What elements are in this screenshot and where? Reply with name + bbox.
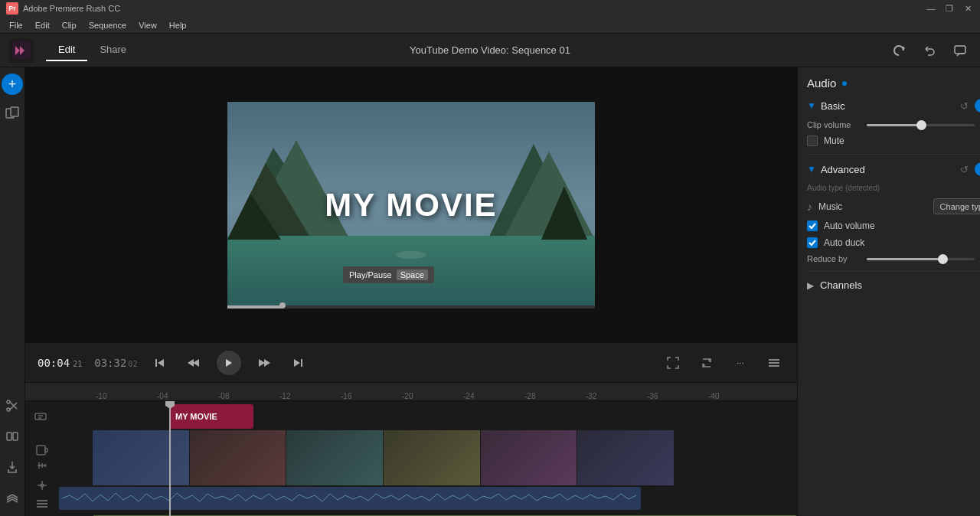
clip-volume-track[interactable]	[867, 124, 975, 126]
snap-toggle[interactable]	[28, 479, 56, 492]
comment-button[interactable]	[949, 40, 971, 61]
basic-toggle[interactable]	[975, 99, 980, 113]
svg-marker-27	[264, 359, 270, 367]
auto-duck-checkbox[interactable]	[807, 237, 818, 248]
more-options-button[interactable]: ···	[730, 352, 751, 374]
go-to-start-button[interactable]	[149, 352, 171, 374]
app-icon: Pr	[6, 2, 18, 15]
toolbar-right	[888, 40, 971, 61]
window-controls: — ❐ ✕	[925, 2, 974, 15]
timeline-settings[interactable]	[28, 498, 56, 510]
menu-help[interactable]: Help	[163, 19, 193, 31]
ruler-mark: -36	[647, 392, 658, 400]
svg-point-4	[7, 400, 10, 403]
loop-button[interactable]	[696, 352, 717, 374]
clip-volume-fill	[867, 124, 920, 126]
auto-volume-label: Auto volume	[824, 220, 875, 231]
transition-tool[interactable]	[0, 424, 24, 449]
audio-type-row: ♪ Music Change type ▾	[807, 198, 980, 214]
advanced-section-title: Advanced	[821, 164, 960, 175]
play-pause-button[interactable]	[217, 351, 241, 375]
settings-button[interactable]	[763, 352, 785, 374]
menu-clip[interactable]: Clip	[56, 19, 83, 31]
duration-display: 03:3202	[94, 357, 137, 369]
close-button[interactable]: ✕	[962, 2, 974, 15]
track-title: MY MOVIE	[25, 404, 797, 429]
menu-view[interactable]: View	[132, 19, 163, 31]
menu-file[interactable]: File	[3, 19, 29, 31]
svg-rect-31	[769, 362, 779, 364]
layers-tool[interactable]	[0, 485, 24, 510]
advanced-reset-button[interactable]: ↺	[960, 164, 969, 175]
tooltip-label: Play/Pause	[349, 270, 392, 279]
tab-edit[interactable]: Edit	[46, 39, 87, 61]
audio-panel-header: Audio	[807, 77, 980, 90]
clip-volume-thumb[interactable]	[916, 120, 926, 130]
channels-row[interactable]: ▶ Channels	[807, 279, 980, 291]
playback-progress	[227, 305, 283, 309]
ruler-mark: -32	[586, 392, 596, 400]
reduce-by-label: Reduce by	[807, 254, 861, 263]
change-type-button[interactable]: Change type ▾	[933, 198, 980, 214]
title-clip[interactable]: MY MOVIE	[169, 404, 253, 429]
add-media-button[interactable]: +	[2, 73, 23, 95]
mute-checkbox[interactable]	[807, 136, 818, 146]
divider-2	[807, 271, 980, 272]
sync-button[interactable]	[888, 40, 910, 61]
video-thumbnails[interactable]	[93, 430, 675, 485]
app-toolbar: Edit Share YouTube Demo Video: Sequence …	[0, 34, 980, 67]
play-pause-tooltip: Play/Pause Space	[343, 266, 434, 283]
svg-marker-26	[259, 359, 265, 367]
basic-reset-button[interactable]: ↺	[960, 100, 969, 112]
basic-chevron-icon[interactable]: ▼	[807, 100, 816, 111]
ruler-mark: -10	[96, 392, 106, 400]
ruler-mark: -20	[402, 392, 413, 400]
audio-title: Audio	[807, 77, 836, 90]
playback-head[interactable]	[279, 302, 286, 309]
svg-marker-21	[158, 359, 164, 367]
ruler-mark: -40	[708, 392, 719, 400]
ruler-mark: -12	[279, 392, 290, 400]
svg-rect-22	[155, 359, 157, 367]
fast-forward-button[interactable]	[253, 352, 275, 374]
transport-right: ···	[656, 352, 785, 374]
reduce-by-fill	[867, 258, 942, 260]
menu-bar: File Edit Clip Sequence View Help	[0, 17, 980, 34]
media-library-button[interactable]	[0, 101, 24, 126]
advanced-chevron-icon[interactable]: ▼	[807, 164, 816, 175]
track-video	[25, 430, 797, 485]
svg-rect-29	[301, 359, 302, 367]
timeline-tracks: MY MOVIE	[25, 401, 797, 516]
export-tool[interactable]	[0, 455, 24, 479]
tab-share[interactable]: Share	[87, 39, 139, 61]
reduce-by-thumb[interactable]	[938, 254, 948, 264]
duration-frames: 02	[128, 360, 137, 368]
svg-rect-32	[769, 365, 779, 367]
go-to-end-button[interactable]	[287, 352, 309, 374]
channels-chevron-icon: ▶	[807, 280, 814, 291]
menu-sequence[interactable]: Sequence	[83, 19, 133, 31]
tooltip-key: Space	[397, 269, 428, 280]
minimize-button[interactable]: —	[925, 2, 937, 15]
playback-bar[interactable]	[227, 305, 595, 309]
svg-rect-8	[7, 433, 11, 440]
maximize-button[interactable]: ❐	[943, 2, 956, 15]
change-type-label: Change type	[940, 202, 980, 211]
auto-duck-label: Auto duck	[824, 237, 864, 248]
rewind-button[interactable]	[183, 352, 204, 374]
app-logo	[9, 38, 34, 63]
menu-edit[interactable]: Edit	[29, 19, 56, 31]
fullscreen-button[interactable]	[662, 352, 684, 374]
audio-waveform-track	[59, 487, 641, 510]
playhead[interactable]	[169, 401, 171, 516]
reduce-by-track[interactable]	[867, 258, 975, 260]
cut-tool[interactable]	[0, 394, 24, 418]
clip-volume-label: Clip volume	[807, 120, 861, 129]
preview-title-overlay: MY MOVIE	[325, 187, 497, 224]
advanced-toggle[interactable]	[975, 162, 980, 176]
ruler-mark: -16	[341, 392, 351, 400]
advanced-section-header: ▼ Advanced ↺	[807, 162, 980, 176]
waveform-svg	[62, 489, 638, 508]
auto-volume-checkbox[interactable]	[807, 220, 818, 231]
undo-button[interactable]	[919, 40, 940, 61]
